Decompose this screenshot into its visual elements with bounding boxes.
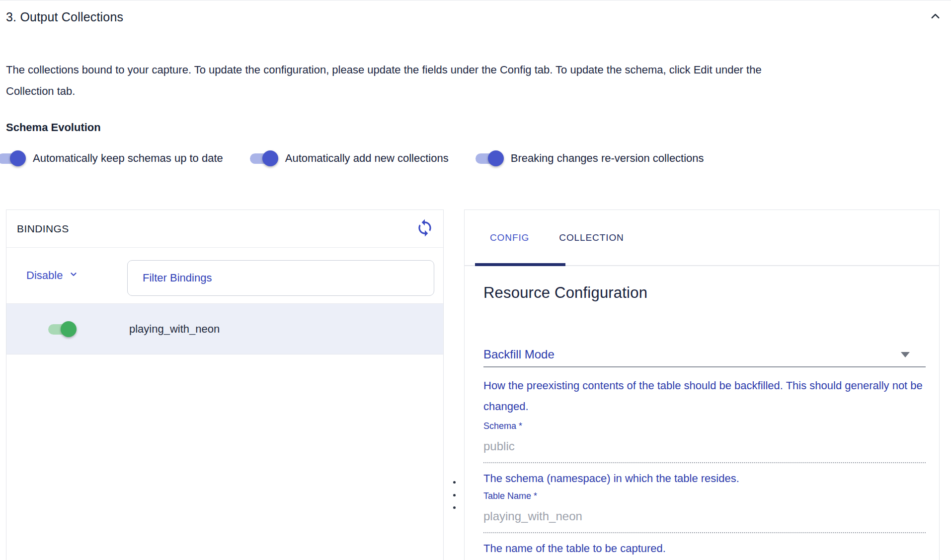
switch-thumb: [61, 321, 77, 337]
binding-enabled-toggle-switch[interactable]: [48, 320, 77, 338]
dropdown-arrow-icon: [901, 352, 910, 357]
schema-evolution-toggles: Automatically keep schemas up to date Au…: [0, 147, 704, 169]
drag-dot: [453, 494, 456, 496]
panel-resize-handle[interactable]: [450, 481, 459, 509]
toggle-add-new-collections: Automatically add new collections: [250, 149, 449, 167]
table-name-field-description: The name of the table to be captured.: [483, 542, 926, 555]
bindings-panel-title: BINDINGS: [17, 223, 69, 235]
bindings-panel: BINDINGS Disable playing_with_neon: [6, 210, 444, 560]
toggle-label: Automatically keep schemas up to date: [33, 152, 223, 165]
resource-configuration-content: Resource Configuration Backfill Mode How…: [465, 266, 939, 555]
toggle-label: Breaking changes re-version collections: [511, 152, 704, 165]
section-description: The collections bound to your capture. T…: [6, 59, 781, 102]
tab-collection[interactable]: COLLECTION: [544, 210, 638, 265]
add-collections-toggle-switch[interactable]: [250, 149, 278, 167]
refresh-bindings-button[interactable]: [414, 217, 435, 240]
drag-dot: [453, 506, 456, 509]
tab-config[interactable]: CONFIG: [475, 210, 544, 265]
config-panel: CONFIG COLLECTION Resource Configuration…: [464, 210, 940, 560]
switch-thumb: [488, 150, 504, 166]
refresh-icon: [415, 218, 434, 239]
chevron-down-icon: [68, 269, 79, 282]
backfill-mode-description: How the preexisting contents of the tabl…: [483, 375, 926, 417]
filter-bindings-input[interactable]: [127, 260, 434, 296]
resource-configuration-title: Resource Configuration: [483, 284, 926, 302]
section-header: 3. Output Collections: [6, 7, 944, 26]
page-title: 3. Output Collections: [6, 10, 123, 24]
toggle-breaking-changes-reversion: Breaking changes re-version collections: [476, 149, 704, 167]
keep-schemas-toggle-switch[interactable]: [0, 149, 26, 167]
binding-name: playing_with_neon: [129, 323, 220, 336]
chevron-up-icon: [929, 9, 942, 24]
schema-field-description: The schema (namespace) in which the tabl…: [483, 472, 926, 485]
table-name-field-label: Table Name *: [483, 491, 926, 501]
switch-thumb: [10, 150, 26, 166]
disable-dropdown-label: Disable: [26, 269, 63, 282]
collapse-section-button[interactable]: [927, 7, 944, 26]
schema-evolution-heading: Schema Evolution: [6, 121, 101, 134]
schema-field-value[interactable]: public: [483, 439, 926, 463]
bindings-controls-row: Disable: [6, 248, 443, 304]
active-tab-indicator: [475, 263, 565, 266]
switch-thumb: [262, 150, 278, 166]
drag-dot: [453, 481, 456, 484]
binding-row-playing-with-neon[interactable]: playing_with_neon: [6, 304, 443, 354]
disable-dropdown-button[interactable]: Disable: [26, 248, 79, 303]
table-name-field-value[interactable]: playing_with_neon: [483, 509, 926, 533]
toggle-label: Automatically add new collections: [285, 152, 449, 165]
backfill-mode-label: Backfill Mode: [483, 348, 555, 361]
config-tabs: CONFIG COLLECTION: [465, 210, 939, 266]
output-collections-section: 3. Output Collections The collections bo…: [0, 0, 951, 560]
schema-field-label: Schema *: [483, 421, 926, 431]
toggle-keep-schemas-up-to-date: Automatically keep schemas up to date: [0, 149, 223, 167]
breaking-changes-toggle-switch[interactable]: [476, 149, 504, 167]
bindings-panel-header: BINDINGS: [6, 210, 443, 248]
backfill-mode-dropdown[interactable]: Backfill Mode: [483, 348, 926, 367]
